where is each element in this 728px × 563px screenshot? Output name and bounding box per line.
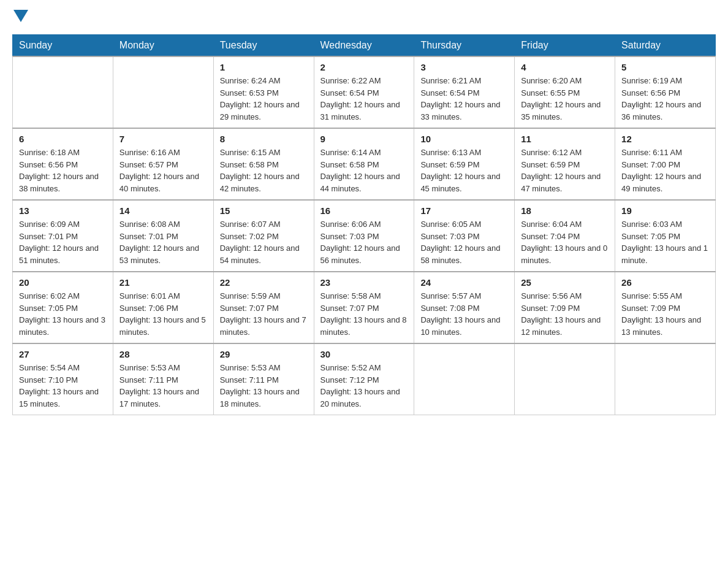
calendar-cell: 27Sunrise: 5:54 AMSunset: 7:10 PMDayligh… [13, 343, 113, 415]
calendar-cell: 22Sunrise: 5:59 AMSunset: 7:07 PMDayligh… [213, 272, 314, 343]
calendar-header-row: SundayMondayTuesdayWednesdayThursdayFrid… [13, 35, 716, 57]
week-row-3: 13Sunrise: 6:09 AMSunset: 7:01 PMDayligh… [13, 200, 716, 272]
calendar-cell: 4Sunrise: 6:20 AMSunset: 6:55 PMDaylight… [515, 56, 615, 128]
calendar-cell: 9Sunrise: 6:14 AMSunset: 6:58 PMDaylight… [314, 128, 414, 200]
day-number: 25 [521, 277, 609, 288]
day-number: 15 [220, 205, 308, 216]
day-number: 17 [420, 205, 508, 216]
day-number: 11 [521, 134, 609, 144]
calendar-cell: 17Sunrise: 6:05 AMSunset: 7:03 PMDayligh… [414, 200, 515, 272]
day-number: 19 [621, 205, 709, 216]
day-number: 6 [19, 134, 107, 144]
day-info: Sunrise: 6:15 AMSunset: 6:58 PMDaylight:… [220, 147, 308, 194]
week-row-1: 1Sunrise: 6:24 AMSunset: 6:53 PMDaylight… [13, 56, 716, 128]
column-header-sunday: Sunday [13, 35, 113, 57]
day-number: 21 [119, 277, 207, 288]
day-number: 16 [320, 205, 408, 216]
calendar-cell: 3Sunrise: 6:21 AMSunset: 6:54 PMDaylight… [414, 56, 515, 128]
day-info: Sunrise: 6:18 AMSunset: 6:56 PMDaylight:… [19, 147, 107, 194]
day-number: 13 [19, 205, 107, 216]
calendar-cell: 24Sunrise: 5:57 AMSunset: 7:08 PMDayligh… [414, 272, 515, 343]
day-info: Sunrise: 6:24 AMSunset: 6:53 PMDaylight:… [220, 75, 308, 123]
week-row-5: 27Sunrise: 5:54 AMSunset: 7:10 PMDayligh… [13, 343, 716, 415]
calendar-cell: 14Sunrise: 6:08 AMSunset: 7:01 PMDayligh… [113, 200, 213, 272]
day-info: Sunrise: 6:06 AMSunset: 7:03 PMDaylight:… [320, 218, 408, 266]
calendar-cell [13, 56, 113, 128]
day-number: 1 [220, 62, 308, 72]
day-number: 22 [220, 277, 308, 288]
calendar-cell: 30Sunrise: 5:52 AMSunset: 7:12 PMDayligh… [314, 343, 414, 415]
calendar-cell: 29Sunrise: 5:53 AMSunset: 7:11 PMDayligh… [213, 343, 314, 415]
calendar-cell: 11Sunrise: 6:12 AMSunset: 6:59 PMDayligh… [515, 128, 615, 200]
calendar-cell: 25Sunrise: 5:56 AMSunset: 7:09 PMDayligh… [515, 272, 615, 343]
day-info: Sunrise: 6:04 AMSunset: 7:04 PMDaylight:… [521, 218, 609, 266]
day-info: Sunrise: 5:54 AMSunset: 7:10 PMDaylight:… [19, 362, 107, 410]
day-number: 4 [521, 62, 609, 72]
calendar-cell: 6Sunrise: 6:18 AMSunset: 6:56 PMDaylight… [13, 128, 113, 200]
day-info: Sunrise: 6:09 AMSunset: 7:01 PMDaylight:… [19, 218, 107, 266]
day-number: 3 [420, 62, 508, 72]
day-info: Sunrise: 5:57 AMSunset: 7:08 PMDaylight:… [420, 290, 508, 338]
day-number: 26 [621, 277, 709, 288]
day-info: Sunrise: 5:56 AMSunset: 7:09 PMDaylight:… [521, 290, 609, 338]
day-info: Sunrise: 5:58 AMSunset: 7:07 PMDaylight:… [320, 290, 408, 338]
calendar-cell: 21Sunrise: 6:01 AMSunset: 7:06 PMDayligh… [113, 272, 213, 343]
day-number: 7 [119, 134, 207, 144]
column-header-saturday: Saturday [615, 35, 716, 57]
calendar-cell: 7Sunrise: 6:16 AMSunset: 6:57 PMDaylight… [113, 128, 213, 200]
day-info: Sunrise: 5:59 AMSunset: 7:07 PMDaylight:… [220, 290, 308, 338]
day-number: 27 [19, 349, 107, 359]
calendar-cell: 2Sunrise: 6:22 AMSunset: 6:54 PMDaylight… [314, 56, 414, 128]
day-info: Sunrise: 5:53 AMSunset: 7:11 PMDaylight:… [119, 362, 207, 410]
calendar-cell: 19Sunrise: 6:03 AMSunset: 7:05 PMDayligh… [615, 200, 716, 272]
column-header-wednesday: Wednesday [314, 35, 414, 57]
calendar-cell [113, 56, 213, 128]
day-number: 23 [320, 277, 408, 288]
calendar-cell: 1Sunrise: 6:24 AMSunset: 6:53 PMDaylight… [213, 56, 314, 128]
day-number: 14 [119, 205, 207, 216]
logo-area [12, 12, 28, 22]
week-row-4: 20Sunrise: 6:02 AMSunset: 7:05 PMDayligh… [13, 272, 716, 343]
calendar-cell: 13Sunrise: 6:09 AMSunset: 7:01 PMDayligh… [13, 200, 113, 272]
calendar-cell [615, 343, 716, 415]
day-number: 30 [320, 349, 408, 359]
calendar-cell: 5Sunrise: 6:19 AMSunset: 6:56 PMDaylight… [615, 56, 716, 128]
day-info: Sunrise: 6:01 AMSunset: 7:06 PMDaylight:… [119, 290, 207, 338]
day-number: 24 [420, 277, 508, 288]
week-row-2: 6Sunrise: 6:18 AMSunset: 6:56 PMDaylight… [13, 128, 716, 200]
calendar-cell: 16Sunrise: 6:06 AMSunset: 7:03 PMDayligh… [314, 200, 414, 272]
day-info: Sunrise: 6:21 AMSunset: 6:54 PMDaylight:… [420, 75, 508, 123]
day-number: 8 [220, 134, 308, 144]
day-info: Sunrise: 6:03 AMSunset: 7:05 PMDaylight:… [621, 218, 709, 266]
day-number: 9 [320, 134, 408, 144]
column-header-tuesday: Tuesday [213, 35, 314, 57]
calendar-cell: 20Sunrise: 6:02 AMSunset: 7:05 PMDayligh… [13, 272, 113, 343]
calendar-cell [414, 343, 515, 415]
calendar-cell [515, 343, 615, 415]
day-number: 10 [420, 134, 508, 144]
day-number: 2 [320, 62, 408, 72]
page-header [12, 12, 716, 22]
day-info: Sunrise: 6:08 AMSunset: 7:01 PMDaylight:… [119, 218, 207, 266]
day-info: Sunrise: 6:22 AMSunset: 6:54 PMDaylight:… [320, 75, 408, 123]
day-number: 28 [119, 349, 207, 359]
logo-triangle-icon [13, 10, 28, 22]
column-header-thursday: Thursday [414, 35, 515, 57]
day-number: 5 [621, 62, 709, 72]
day-info: Sunrise: 6:20 AMSunset: 6:55 PMDaylight:… [521, 75, 609, 123]
day-number: 18 [521, 205, 609, 216]
column-header-monday: Monday [113, 35, 213, 57]
column-header-friday: Friday [515, 35, 615, 57]
day-info: Sunrise: 5:55 AMSunset: 7:09 PMDaylight:… [621, 290, 709, 338]
calendar-cell: 10Sunrise: 6:13 AMSunset: 6:59 PMDayligh… [414, 128, 515, 200]
day-number: 29 [220, 349, 308, 359]
calendar-cell: 26Sunrise: 5:55 AMSunset: 7:09 PMDayligh… [615, 272, 716, 343]
day-info: Sunrise: 6:16 AMSunset: 6:57 PMDaylight:… [119, 147, 207, 194]
day-number: 20 [19, 277, 107, 288]
day-info: Sunrise: 6:05 AMSunset: 7:03 PMDaylight:… [420, 218, 508, 266]
day-info: Sunrise: 6:02 AMSunset: 7:05 PMDaylight:… [19, 290, 107, 338]
calendar-table: SundayMondayTuesdayWednesdayThursdayFrid… [12, 34, 716, 415]
day-number: 12 [621, 134, 709, 144]
day-info: Sunrise: 6:19 AMSunset: 6:56 PMDaylight:… [621, 75, 709, 123]
calendar-cell: 23Sunrise: 5:58 AMSunset: 7:07 PMDayligh… [314, 272, 414, 343]
